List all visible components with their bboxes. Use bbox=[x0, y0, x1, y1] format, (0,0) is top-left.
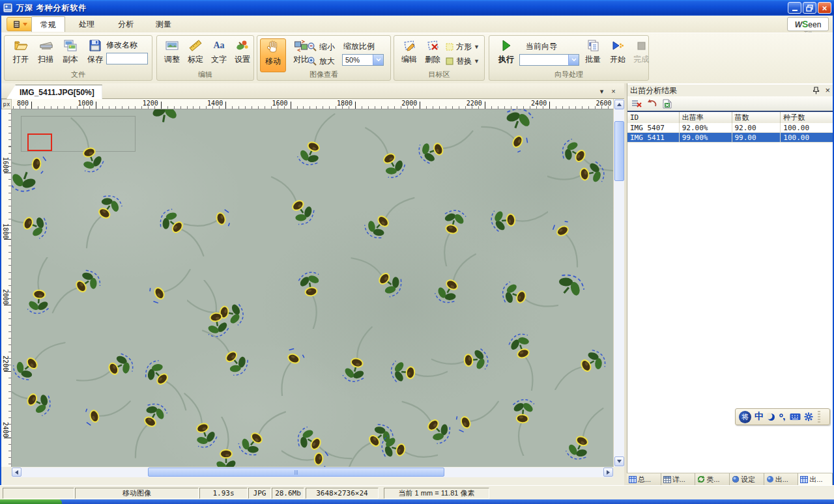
panel-tab-detail[interactable]: 详... bbox=[661, 473, 696, 485]
app-menu-button[interactable] bbox=[7, 17, 33, 31]
seedling bbox=[119, 255, 197, 333]
ime-fullwidth-icon[interactable] bbox=[767, 413, 775, 421]
group-caption-edit: 编辑 bbox=[157, 70, 253, 79]
text-button[interactable]: Aa 文字 bbox=[207, 38, 231, 70]
tab-measure[interactable]: 测量 bbox=[147, 16, 180, 32]
v-scrollbar[interactable] bbox=[613, 99, 624, 467]
zoom-in-button[interactable]: 放大 bbox=[307, 55, 335, 67]
document-tab[interactable]: IMG_5411.JPG[50%] bbox=[7, 85, 102, 99]
ime-keyboard-icon[interactable] bbox=[790, 413, 801, 421]
panel-close-icon[interactable]: × bbox=[825, 87, 830, 94]
seedling bbox=[480, 109, 558, 182]
start-button-fragment[interactable] bbox=[0, 499, 62, 504]
settings-button[interactable]: 设置 bbox=[230, 38, 255, 70]
scan-button[interactable]: 扫描 bbox=[33, 38, 58, 70]
adjust-button[interactable]: 调整 bbox=[160, 38, 184, 70]
seedling bbox=[124, 109, 202, 163]
thumb-grip bbox=[296, 470, 296, 475]
ruler-major-tick bbox=[161, 102, 162, 109]
ime-logo[interactable]: 将 bbox=[739, 411, 751, 423]
image-canvas[interactable] bbox=[12, 109, 613, 467]
h-scrollbar[interactable] bbox=[12, 468, 613, 477]
save-button[interactable]: 保存 bbox=[83, 38, 108, 70]
panel-tab-out2[interactable]: 出... bbox=[798, 473, 833, 485]
rename-input[interactable] bbox=[106, 53, 148, 64]
open-button[interactable]: 打开 bbox=[8, 38, 33, 70]
duplicate-button[interactable]: 副本 bbox=[58, 38, 83, 70]
open-folder-icon bbox=[14, 38, 28, 53]
table-row[interactable]: IMG 540792.00%92.00100.00 bbox=[627, 123, 833, 133]
ruler-major-tick bbox=[4, 173, 11, 173]
tab-process[interactable]: 处理 bbox=[70, 16, 103, 32]
ribbon-tab-row: 常规 处理 分析 测量 WSeen 万深 bbox=[1, 16, 833, 33]
target-delete-button[interactable]: 删除 bbox=[420, 38, 445, 70]
ruler-major-tick bbox=[96, 102, 96, 109]
move-button[interactable]: 移动 bbox=[260, 38, 286, 72]
zoom-ratio-label: 缩放比例 bbox=[343, 41, 375, 52]
pin-icon[interactable] bbox=[813, 87, 820, 94]
ime-mode[interactable]: 中 bbox=[755, 411, 764, 423]
batch-pages-icon bbox=[586, 38, 600, 53]
scroll-left-button[interactable] bbox=[12, 468, 22, 477]
tab-general[interactable]: 常规 bbox=[31, 16, 65, 32]
hand-icon bbox=[266, 39, 280, 55]
calibrate-button[interactable]: 标定 bbox=[183, 38, 208, 70]
square-shape-button[interactable]: 方形 ▼ bbox=[445, 41, 480, 53]
replace-shape-button[interactable]: 替换 ▼ bbox=[445, 55, 480, 67]
ime-settings-icon[interactable] bbox=[804, 412, 813, 421]
ime-punct-icon[interactable] bbox=[779, 413, 786, 421]
close-button[interactable]: × bbox=[818, 2, 831, 14]
v-scroll-thumb[interactable] bbox=[614, 121, 624, 181]
ruler-tick-label: 2000 bbox=[384, 100, 417, 107]
chevron-down-icon[interactable] bbox=[568, 55, 579, 65]
seedling bbox=[187, 273, 265, 352]
h-scroll-thumb[interactable] bbox=[148, 468, 444, 477]
seedling bbox=[523, 190, 601, 268]
ime-drag-handle[interactable] bbox=[818, 411, 820, 423]
scroll-right-button[interactable] bbox=[603, 468, 613, 477]
chevron-down-icon[interactable] bbox=[373, 55, 383, 65]
square-shape-icon bbox=[445, 42, 454, 51]
delete-row-button[interactable] bbox=[631, 99, 642, 108]
minimize-icon bbox=[792, 10, 798, 11]
zoom-out-button[interactable]: 缩小 bbox=[307, 41, 335, 53]
tab-close-button[interactable]: × bbox=[609, 87, 618, 96]
group-caption-file: 文件 bbox=[5, 70, 152, 79]
current-wizard-combo[interactable] bbox=[519, 54, 579, 66]
export-excel-button[interactable] bbox=[663, 99, 672, 109]
target-edit-button[interactable]: 编辑 bbox=[397, 38, 422, 70]
run-button[interactable]: 执行 bbox=[493, 38, 519, 72]
zoom-ratio-combo[interactable]: 50% bbox=[342, 54, 384, 66]
replace-dropdown-icon[interactable]: ▼ bbox=[474, 58, 480, 64]
batch-button[interactable]: 批量 bbox=[581, 38, 605, 70]
panel-tab-summary[interactable]: 总... bbox=[627, 473, 661, 485]
restore-button[interactable] bbox=[803, 2, 816, 14]
panel-tab-settings[interactable]: 设定 bbox=[730, 473, 764, 485]
scroll-down-button[interactable] bbox=[614, 456, 624, 466]
seedling bbox=[137, 187, 215, 265]
polygon-delete-icon bbox=[425, 38, 440, 53]
ruler-tick-label: 2000 bbox=[1, 273, 9, 305]
panel-tab-class[interactable]: 类... bbox=[695, 473, 730, 485]
finish-icon bbox=[634, 38, 648, 53]
zoom-out-icon bbox=[307, 42, 317, 52]
col-seeds: 种子数 bbox=[781, 112, 833, 123]
ime-bar[interactable]: 将 中 bbox=[735, 408, 830, 425]
panel-tab-out1[interactable]: 出... bbox=[764, 473, 799, 485]
finish-button[interactable]: 完成 bbox=[629, 38, 654, 70]
square-dropdown-icon[interactable]: ▼ bbox=[474, 44, 480, 50]
seedling bbox=[470, 181, 548, 259]
seedling bbox=[413, 188, 491, 266]
start-button[interactable]: 开始 bbox=[605, 38, 630, 70]
scroll-up-button[interactable] bbox=[614, 100, 624, 109]
status-time: 1.93s bbox=[199, 488, 248, 499]
ruler-tick-label: 800 bbox=[12, 100, 29, 107]
seedling bbox=[216, 400, 295, 467]
table-row[interactable]: IMG 541199.00%99.00100.00 bbox=[627, 133, 833, 143]
tab-list-button[interactable]: ▾ bbox=[597, 87, 607, 96]
group-caption-target: 目标区 bbox=[394, 70, 484, 79]
undo-button[interactable] bbox=[647, 99, 657, 108]
tab-analysis[interactable]: 分析 bbox=[109, 16, 142, 32]
minimize-button[interactable] bbox=[788, 2, 801, 14]
arrow-down-icon bbox=[617, 460, 622, 463]
